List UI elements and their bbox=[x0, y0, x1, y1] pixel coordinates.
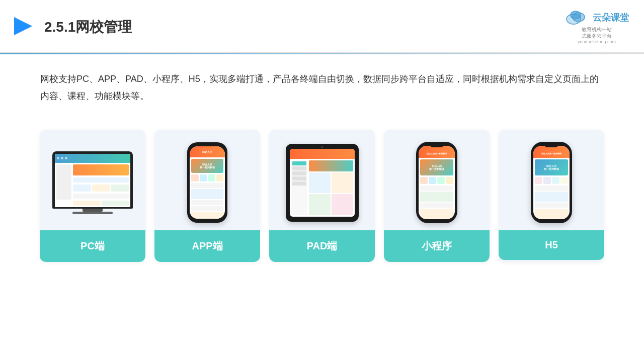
description-text: 网校支持PC、APP、PAD、小程序、H5，实现多端打通，产品各终端自由切换，数… bbox=[0, 54, 644, 115]
brand-tagline: 教育机构一站 式服务云平台 yunduoketang.com bbox=[578, 26, 616, 45]
card-app: 职达人的 职达人的第一堂判断课 bbox=[154, 130, 260, 262]
card-miniprogram: 职达人的第一堂判断课 职达人的第一堂判断课 bbox=[384, 130, 490, 262]
cards-container: PC端 职达人的 职达人的第一堂判断课 bbox=[0, 120, 644, 272]
brand-name: 云朵课堂 bbox=[593, 12, 629, 24]
brand-logo: 云朵课堂 教育机构一站 式服务云平台 yunduoketang.com bbox=[565, 9, 629, 45]
miniprogram-phone-mockup: 职达人的第一堂判断课 职达人的第一堂判断课 bbox=[416, 142, 457, 223]
logo-icon bbox=[10, 13, 36, 41]
page-title: 2.5.1网校管理 bbox=[44, 18, 132, 37]
card-miniprogram-image: 职达人的第一堂判断课 职达人的第一堂判断课 bbox=[384, 130, 490, 230]
page-header: 2.5.1网校管理 云朵课堂 教育机构一站 式服务云平台 yunduoketan… bbox=[0, 0, 644, 53]
card-h5: 职达人的第一堂判断课 职达人的第一堂判断课 bbox=[499, 130, 604, 262]
card-app-image: 职达人的 职达人的第一堂判断课 bbox=[154, 130, 260, 230]
app-phone-mockup: 职达人的 职达人的第一堂判断课 bbox=[187, 142, 227, 223]
card-pad-image bbox=[269, 130, 375, 230]
card-pc-label: PC端 bbox=[40, 230, 145, 262]
brand-logo-image: 云朵课堂 bbox=[565, 9, 629, 26]
card-pc-image bbox=[40, 130, 145, 230]
card-pc: PC端 bbox=[40, 130, 145, 262]
pc-mockup bbox=[52, 151, 133, 214]
h5-phone-mockup: 职达人的第一堂判断课 职达人的第一堂判断课 bbox=[531, 142, 572, 223]
card-app-label: APP端 bbox=[154, 230, 260, 262]
card-h5-image: 职达人的第一堂判断课 职达人的第一堂判断课 bbox=[499, 130, 604, 230]
card-pad: PAD端 bbox=[269, 130, 375, 262]
tablet-mockup bbox=[286, 144, 359, 222]
card-miniprogram-label: 小程序 bbox=[384, 230, 490, 262]
header-left: 2.5.1网校管理 bbox=[10, 13, 132, 41]
svg-marker-0 bbox=[14, 17, 32, 35]
card-h5-label: H5 bbox=[499, 230, 604, 260]
card-pad-label: PAD端 bbox=[269, 230, 375, 262]
